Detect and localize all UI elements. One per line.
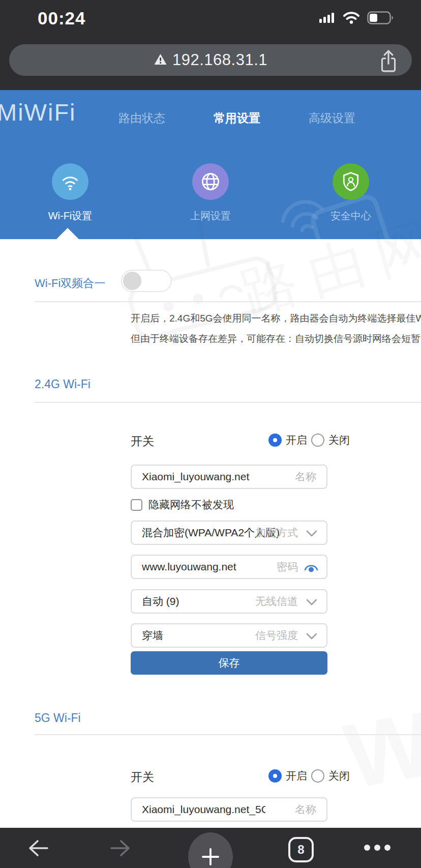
tab-advanced-settings[interactable]: 高级设置	[309, 110, 355, 126]
active-tab-notch	[56, 228, 79, 239]
wifi-settings-icon	[52, 163, 88, 200]
strength-value: 穿墙	[142, 624, 163, 647]
divider	[35, 734, 421, 735]
forward-button[interactable]	[105, 828, 135, 868]
ssid-5g-field-label: 名称	[295, 798, 316, 821]
strength-select[interactable]: 穿墙 信号强度	[131, 623, 327, 648]
status-time: 00:24	[38, 8, 86, 28]
security-center-icon	[333, 163, 369, 200]
section-title-24g: 2.4G Wi-Fi	[35, 378, 91, 391]
hide-network-row: 隐藏网络不被发现	[131, 498, 234, 512]
ssid-5g-field: 名称	[131, 797, 327, 822]
encryption-field-label: 加密方式	[255, 522, 298, 544]
new-tab-button[interactable]	[188, 832, 233, 868]
cellular-signal-icon	[319, 12, 336, 26]
quick-label-internet-settings: 上网设置	[190, 209, 231, 223]
not-secure-warning-icon	[154, 53, 167, 68]
switch-24g-radio-group: 开启 关闭	[268, 433, 350, 447]
hide-network-checkbox[interactable]	[131, 499, 142, 511]
quick-label-wifi-settings: Wi-Fi设置	[48, 209, 93, 223]
channel-value: 自动 (9)	[142, 590, 179, 613]
address-bar[interactable]: 192.168.31.1	[9, 44, 412, 76]
hide-network-label: 隐藏网络不被发现	[148, 498, 234, 512]
channel-select[interactable]: 自动 (9) 无线信道	[131, 589, 327, 614]
dual-band-description-line1: 开启后，2.4G和5G会使用同一名称，路由器会自动为终端选择最佳WiFi网络，支	[131, 308, 421, 329]
radio-24g-off-label[interactable]: 关闭	[328, 433, 350, 447]
back-button[interactable]	[23, 828, 54, 868]
chevron-down-icon	[306, 633, 317, 642]
tab-common-settings[interactable]: 常用设置	[214, 110, 260, 126]
ssid-24g-field-label: 名称	[295, 466, 316, 488]
radio-5g-off-label[interactable]: 关闭	[328, 769, 350, 783]
chevron-down-icon	[306, 599, 317, 608]
tabs-button[interactable]: 8	[288, 837, 314, 862]
dual-band-description-line2: 但由于终端设备存在差异，可能存在：自动切换信号源时网络会短暂中断，甚至	[131, 329, 421, 349]
quick-item-security-center[interactable]: 安全中心	[281, 163, 421, 223]
section-title-5g: 5G Wi-Fi	[35, 711, 81, 725]
url-text: 192.168.31.1	[172, 51, 267, 69]
wifi-status-icon	[343, 11, 360, 26]
battery-icon	[367, 11, 394, 26]
save-button[interactable]: 保存	[131, 651, 327, 675]
toggle-knob	[123, 272, 141, 290]
channel-field-label: 无线信道	[255, 590, 298, 613]
browser-toolbar: 8	[0, 828, 421, 868]
divider	[35, 402, 421, 403]
password-24g-field: 密码	[131, 555, 327, 579]
radio-24g-on[interactable]	[268, 433, 282, 447]
radio-5g-on-label[interactable]: 开启	[286, 769, 307, 783]
ssid-24g-field: 名称	[131, 465, 327, 489]
encryption-select[interactable]: 混合加密(WPA/WPA2个人版) 加密方式	[131, 520, 327, 545]
status-icons	[319, 11, 394, 26]
tab-count: 8	[297, 843, 304, 857]
dual-band-label: Wi-Fi双频合一	[35, 276, 105, 291]
radio-5g-off[interactable]	[311, 769, 324, 783]
wifi-settings-page: Wi-Fi双频合一 开启后，2.4G和5G会使用同一名称，路由器会自动为终端选择…	[0, 239, 421, 828]
menu-button[interactable]	[364, 845, 390, 851]
quick-nav: Wi-Fi设置 上网设置	[0, 163, 421, 223]
chevron-down-icon	[306, 530, 317, 539]
show-password-eye-icon[interactable]	[303, 562, 319, 575]
radio-5g-on[interactable]	[268, 769, 282, 783]
switch-24g-label: 开关	[131, 433, 154, 449]
screen: 00:24	[0, 0, 421, 868]
password-field-label: 密码	[277, 556, 298, 578]
strength-field-label: 信号强度	[255, 624, 298, 647]
miwifi-logo: MiWiFi	[0, 98, 76, 126]
internet-settings-icon	[192, 163, 229, 200]
miwifi-header: MiWiFi 路由状态 常用设置 高级设置	[0, 90, 421, 239]
quick-item-internet-settings[interactable]: 上网设置	[140, 163, 281, 223]
switch-5g-radio-group: 开启 关闭	[268, 769, 350, 783]
share-icon[interactable]	[378, 49, 399, 73]
switch-5g-label: 开关	[131, 769, 154, 785]
dual-band-toggle[interactable]	[121, 270, 172, 292]
radio-24g-on-label[interactable]: 开启	[286, 433, 307, 447]
tab-router-status[interactable]: 路由状态	[118, 110, 165, 126]
quick-item-wifi-settings[interactable]: Wi-Fi设置	[0, 163, 140, 223]
nav-tabs: 路由状态 常用设置 高级设置	[118, 110, 355, 126]
radio-24g-off[interactable]	[311, 433, 324, 447]
browser-top-bar: 00:24	[0, 0, 421, 90]
divider	[35, 301, 421, 302]
quick-label-security-center: 安全中心	[330, 209, 371, 223]
